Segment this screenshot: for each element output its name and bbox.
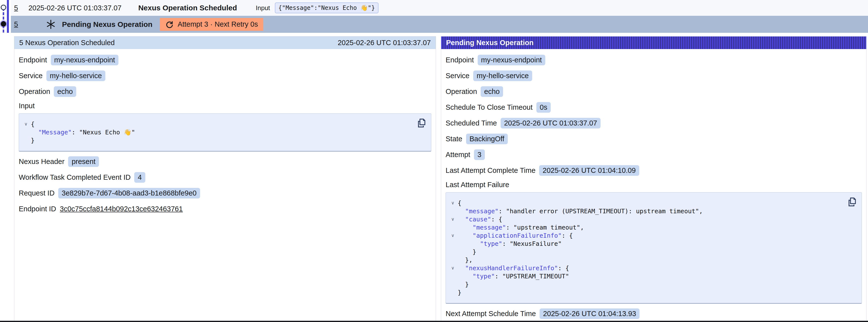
json-text: : { [562, 231, 573, 240]
json-text [458, 264, 465, 272]
endpoint-value-badge: my-nexus-endpoint [51, 55, 119, 65]
scheduled-panel-title: 5 Nexus Operation Scheduled [19, 39, 115, 47]
timeline-dashed-connector [3, 8, 4, 33]
json-key: "cause" [465, 215, 491, 223]
json-line: "message": "handler error (UPSTREAM_TIME… [448, 207, 844, 215]
field-row-endpoint: Endpointmy-nexus-endpoint [445, 55, 862, 65]
event-time: 2025-02-26 UTC 01:03:37.07 [28, 4, 121, 12]
json-key: "Message" [38, 128, 71, 136]
field-label: Schedule To Close Timeout [445, 103, 533, 111]
field-label: Service [445, 72, 469, 80]
field-label: Endpoint [445, 56, 474, 64]
code-gutter [448, 207, 458, 215]
collapse-chevron-icon[interactable]: ∨ [448, 264, 458, 272]
json-line: } [448, 280, 844, 288]
input-json-viewer: ∨{ "Message": "Nexus Echo 👋"} [19, 114, 431, 152]
json-text [31, 128, 38, 136]
json-key: "message" [472, 223, 506, 231]
event-input-value-badge: {"Message":"Nexus Echo 👋"} [275, 2, 378, 13]
schedule-to-close-timeout-value-badge: 0s [536, 102, 551, 113]
attempt-value-badge: 3 [474, 150, 485, 160]
scheduled-fields-bottom: Nexus HeaderpresentWorkflow Task Complet… [19, 156, 431, 214]
code-gutter [21, 136, 31, 144]
scheduled-panel-time: 2025-02-26 UTC 01:03:37.07 [338, 39, 431, 47]
event-id-link[interactable]: 5 [14, 4, 18, 12]
json-text [458, 231, 472, 240]
collapse-chevron-icon[interactable]: ∨ [448, 199, 458, 207]
json-text: : "upstream timeout", [506, 223, 584, 231]
field-label: Request ID [19, 189, 55, 197]
json-line: } [448, 288, 844, 297]
failure-section-label: Last Attempt Failure [445, 181, 862, 189]
code-gutter [448, 223, 458, 231]
timeline-node-current-icon [1, 21, 6, 27]
event-input-label: Input [256, 4, 270, 12]
retry-icon [165, 20, 174, 29]
json-text: : "NexusFailure" [502, 240, 562, 248]
collapse-chevron-icon[interactable]: ∨ [448, 215, 458, 223]
json-text: } [31, 136, 35, 144]
scheduled-fields-top: Endpointmy-nexus-endpointServicemy-hello… [19, 55, 431, 97]
pending-asterisk-icon [46, 20, 56, 29]
json-line: "type": "NexusFailure" [448, 240, 844, 248]
json-line: "message": "upstream timeout", [448, 223, 844, 231]
service-value-badge: my-hello-service [46, 70, 105, 81]
json-text [458, 215, 465, 223]
json-line: ∨ "nexusHandlerFailureInfo": { [448, 264, 844, 272]
json-line: "type": "UPSTREAM_TIMEOUT" [448, 272, 844, 280]
json-text: : { [491, 215, 502, 223]
field-label: Operation [445, 88, 477, 96]
field-label: Endpoint [19, 56, 47, 64]
field-label: Last Attempt Complete Time [445, 166, 535, 174]
field-row-operation: Operationecho [445, 86, 862, 97]
json-line: } [448, 248, 844, 256]
copy-icon[interactable] [847, 196, 857, 207]
json-line: } [21, 136, 414, 144]
collapse-chevron-icon[interactable]: ∨ [448, 231, 458, 240]
failure-json-viewer: ∨{ "message": "handler error (UPSTREAM_T… [445, 192, 862, 304]
last-attempt-complete-time-value-badge: 2025-02-26 UTC 01:04:10.09 [539, 165, 639, 176]
field-row-service: Servicemy-hello-service [445, 70, 862, 81]
field-label: Attempt [445, 151, 470, 159]
next-attempt-schedule-time-value-badge: 2025-02-26 UTC 01:04:13.93 [539, 309, 640, 319]
field-row-attempt: Attempt3 [445, 149, 862, 160]
code-gutter [448, 272, 458, 280]
field-label: Nexus Header [19, 158, 64, 166]
code-gutter [448, 240, 458, 248]
timeline-active-bar [7, 0, 9, 33]
code-gutter [448, 288, 458, 297]
copy-icon[interactable] [417, 118, 427, 128]
field-label: Service [19, 72, 43, 80]
json-text: } [458, 280, 469, 288]
pending-panel-title: Pending Nexus Operation [446, 39, 534, 47]
collapse-chevron-icon[interactable]: ∨ [21, 120, 31, 128]
json-line: ∨{ [448, 199, 844, 207]
field-row-nexus-header: Nexus Headerpresent [19, 156, 431, 167]
field-row-last-attempt-complete-time: Last Attempt Complete Time2025-02-26 UTC… [445, 165, 862, 176]
code-gutter [21, 128, 31, 136]
json-text [458, 207, 465, 215]
json-text: } [458, 288, 461, 297]
json-text: }, [458, 256, 472, 264]
field-row-endpoint: Endpointmy-nexus-endpoint [19, 55, 431, 65]
timeline-node-open-icon [1, 5, 6, 10]
pending-event-id-link[interactable]: 5 [14, 20, 18, 28]
endpoint-id-link[interactable]: 3c0c75ccfa8144b092c13ce632463761 [60, 205, 183, 213]
json-text [458, 272, 472, 280]
field-label: Operation [19, 88, 50, 96]
field-row-workflow-task-completed-event-id: Workflow Task Completed Event ID4 [19, 172, 431, 183]
retry-badge-label: Attempt 3 · Next Retry 0s [178, 20, 258, 28]
pending-event-title: Pending Nexus Operation [62, 20, 153, 29]
field-row-scheduled-time: Scheduled Time2025-02-26 UTC 01:03:37.07 [445, 118, 862, 128]
field-label: State [445, 135, 462, 143]
field-row-request-id: Request ID3e829b7e-7d67-4b08-aad3-b1e868… [19, 188, 431, 198]
field-row-schedule-to-close-timeout: Schedule To Close Timeout0s [445, 102, 862, 113]
event-row-pending[interactable]: 5 Pending Nexus Operation Attempt 3 · Ne… [11, 16, 868, 33]
pending-fields-bottom: Next Attempt Schedule Time2025-02-26 UTC… [445, 308, 862, 319]
bottom-edge-strip [0, 321, 868, 322]
event-row-scheduled[interactable]: 5 2025-02-26 UTC 01:03:37.07 Nexus Opera… [11, 0, 868, 16]
code-gutter [448, 256, 458, 264]
pending-fields-top: Endpointmy-nexus-endpointServicemy-hello… [445, 55, 862, 176]
scheduled-panel-header: 5 Nexus Operation Scheduled 2025-02-26 U… [14, 36, 436, 49]
pending-panel-body: Endpointmy-nexus-endpointServicemy-hello… [441, 49, 866, 319]
